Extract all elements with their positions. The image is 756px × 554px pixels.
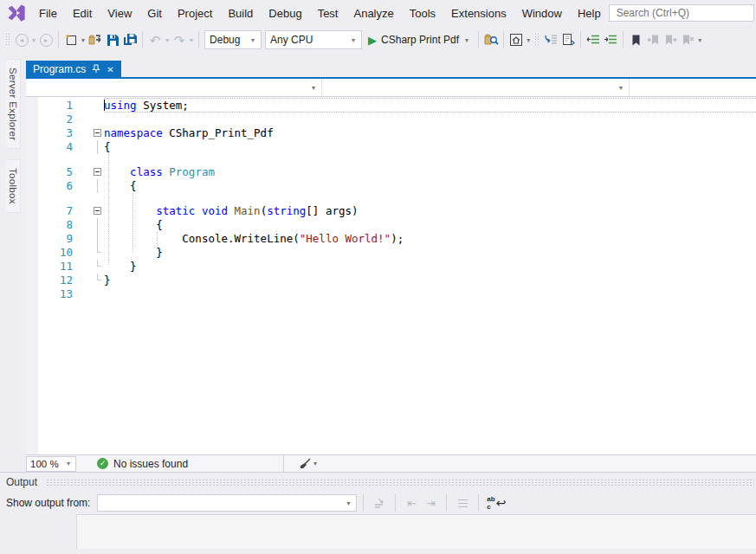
find-message-in-code-icon [372, 497, 386, 509]
line-number: 2 [26, 113, 78, 126]
menu-edit[interactable]: Edit [65, 3, 100, 24]
toolbar-grip[interactable] [5, 33, 10, 47]
view-code-button[interactable] [559, 29, 577, 50]
undo-dropdown[interactable]: ▾ [164, 36, 171, 44]
menu-view[interactable]: View [100, 3, 139, 24]
code-line-8[interactable]: 8 { [26, 218, 756, 232]
code-line-2[interactable]: 2 [26, 113, 756, 126]
menu-test[interactable]: Test [310, 3, 346, 24]
code-text: using System; [104, 99, 756, 113]
code-line-4[interactable]: 4{ [26, 140, 756, 154]
navigate-forward-button[interactable]: ► [37, 29, 55, 50]
undo-button[interactable]: ↶ [146, 29, 164, 50]
menu-build[interactable]: Build [220, 3, 261, 24]
outline-connector [97, 274, 101, 280]
output-panel-title: Output [6, 476, 37, 488]
increase-indent-button[interactable] [602, 29, 619, 50]
output-title-bar[interactable]: Output [0, 473, 756, 492]
menu-tools[interactable]: Tools [402, 3, 443, 24]
show-output-from-select[interactable]: ▾ [97, 494, 357, 512]
toggle-word-wrap-button[interactable]: abc↩ [485, 494, 507, 512]
code-line-1[interactable]: 1using System; [26, 99, 756, 113]
start-debugging-button[interactable]: ▶ CSharp Print Pdf ▾ [364, 29, 475, 50]
toolbar-grip[interactable] [534, 33, 540, 47]
output-panel: Output Show output from: ▾ ⇤ ⇥ abc↩ [0, 472, 756, 554]
menu-analyze[interactable]: Analyze [346, 3, 401, 24]
redo-dropdown[interactable]: ▾ [188, 36, 195, 44]
code-text: Console.WriteLine("Hello World!"); [104, 232, 756, 246]
previous-bookmark-button[interactable] [644, 29, 662, 50]
new-project-dropdown[interactable]: ▾ [80, 36, 87, 44]
code-line-5[interactable]: 5 class Program [26, 165, 756, 179]
outlining-margin [78, 246, 104, 260]
redo-icon: ↷ [174, 34, 185, 47]
chevron-down-icon: ▾ [617, 84, 624, 92]
menu-extensions[interactable]: Extensions [443, 3, 514, 24]
menu-debug[interactable]: Debug [261, 3, 309, 24]
collapse-box-icon[interactable] [94, 168, 101, 176]
code-line-7[interactable]: 7 static void Main(string[] args) [26, 204, 756, 218]
outlining-margin[interactable] [78, 204, 104, 218]
close-icon[interactable] [107, 63, 113, 75]
code-cleanup-button[interactable] [298, 458, 312, 470]
navbar-project-dropdown[interactable]: ▾ [26, 79, 322, 96]
collapse-box-icon[interactable] [94, 129, 101, 137]
navbar-type-dropdown[interactable]: ▾ [322, 79, 630, 96]
save-all-button[interactable] [121, 29, 139, 50]
save-icon [107, 34, 120, 47]
pin-icon[interactable] [92, 64, 100, 74]
navigate-backward-dropdown[interactable]: ▾ [30, 36, 37, 44]
outlining-margin[interactable] [78, 165, 104, 179]
previous-message-button[interactable]: ⇤ [402, 494, 421, 512]
menu-project[interactable]: Project [170, 3, 220, 24]
open-file-button[interactable] [87, 29, 104, 50]
outlining-margin [78, 113, 104, 126]
panel-drag-handle[interactable] [46, 479, 754, 486]
home-dropdown[interactable]: ▾ [525, 36, 532, 44]
menu-help[interactable]: Help [570, 3, 609, 24]
show-output-from-label: Show output from: [6, 497, 90, 509]
code-line-13[interactable]: 13 [26, 287, 756, 301]
side-tab-server-explorer[interactable]: Server Explorer [6, 59, 21, 149]
outlining-margin [78, 287, 104, 301]
code-line-10[interactable]: 10 } [26, 246, 756, 260]
side-tool-tabs: Server Explorer Toolbox [0, 54, 26, 472]
solution-configuration-select[interactable]: Debug ▾ [204, 30, 262, 49]
find-in-files-button[interactable] [482, 29, 500, 50]
new-project-button[interactable] [62, 29, 80, 50]
code-line-12[interactable]: 12} [26, 274, 756, 287]
navbar-member-dropdown[interactable] [630, 79, 756, 96]
menu-git[interactable]: Git [139, 3, 170, 24]
code-line-3[interactable]: 3namespace CSharp_Print_Pdf [26, 126, 756, 140]
next-bookmark-button[interactable] [662, 29, 679, 50]
code-line-9[interactable]: 9 Console.WriteLine("Hello World!"); [26, 232, 756, 246]
output-text-area[interactable] [76, 514, 756, 549]
side-tab-toolbox[interactable]: Toolbox [6, 159, 21, 213]
clear-all-button[interactable] [453, 494, 472, 512]
toolbar-overflow-dropdown[interactable]: ▾ [696, 36, 703, 44]
clear-bookmarks-button[interactable] [679, 29, 696, 50]
code-cleanup-dropdown[interactable]: ▾ [312, 460, 319, 467]
solution-platform-select[interactable]: Any CPU ▾ [265, 30, 362, 49]
toggle-bookmark-button[interactable] [627, 29, 644, 50]
home-button[interactable] [507, 29, 525, 50]
editor-status-bar: 100 % ▾ ✓ No issues found ▾ [26, 454, 756, 472]
menu-file[interactable]: File [31, 3, 65, 24]
next-message-button[interactable]: ⇥ [421, 494, 440, 512]
navigate-backward-button[interactable]: ◄ [13, 29, 30, 50]
code-line-6[interactable]: 6 { [26, 179, 756, 193]
decrease-indent-button[interactable] [585, 29, 602, 50]
search-input[interactable]: Search (Ctrl+Q) [609, 4, 754, 22]
tab-program-cs[interactable]: Program.cs [26, 61, 121, 77]
sync-with-active-document-button[interactable] [542, 29, 559, 50]
code-line-11[interactable]: 11 } [26, 260, 756, 274]
redo-button[interactable]: ↷ [171, 29, 188, 50]
menu-window[interactable]: Window [514, 3, 570, 24]
save-button[interactable] [104, 29, 121, 50]
health-check-icon[interactable]: ✓ [97, 458, 108, 469]
zoom-select[interactable]: 100 % ▾ [26, 456, 76, 472]
outlining-margin[interactable] [78, 126, 104, 140]
code-editor[interactable]: 1using System;23namespace CSharp_Print_P… [26, 97, 756, 454]
find-message-in-code-button[interactable] [370, 494, 389, 512]
collapse-box-icon[interactable] [94, 207, 101, 215]
